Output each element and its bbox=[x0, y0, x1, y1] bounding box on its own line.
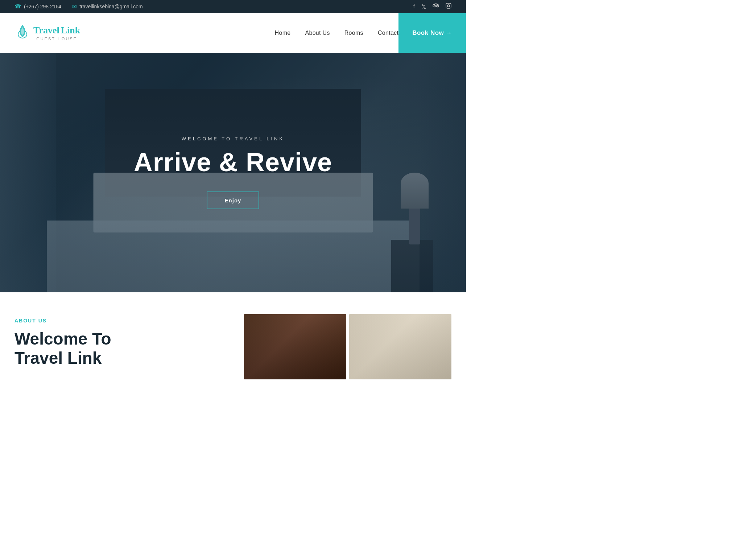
svg-point-2 bbox=[434, 5, 435, 7]
nav-contact-link[interactable]: Contact bbox=[378, 30, 398, 36]
nav-about-link[interactable]: About Us bbox=[305, 30, 330, 36]
about-title: Welcome To Travel Link bbox=[15, 329, 222, 368]
book-now-button[interactable]: Book Now → bbox=[398, 13, 466, 53]
about-title-line2: Travel Link bbox=[15, 349, 102, 367]
svg-point-3 bbox=[437, 5, 438, 7]
phone-icon: ☎ bbox=[15, 3, 21, 10]
about-section: ABOUT US Welcome To Travel Link bbox=[0, 292, 466, 387]
logo-link: Link bbox=[61, 25, 80, 36]
phone-number: (+267) 298 2164 bbox=[24, 4, 61, 9]
about-images bbox=[244, 314, 452, 379]
hero-content: WELCOME TO TRAVEL LINK Arrive & Revive E… bbox=[134, 136, 332, 209]
nav-links: Home About Us Rooms Contact bbox=[275, 30, 399, 36]
twitter-icon[interactable]: 𝕏 bbox=[421, 3, 426, 10]
logo-text-area: Travel Link Guest House bbox=[33, 25, 80, 41]
nav-right: Home About Us Rooms Contact Book Now → bbox=[275, 13, 466, 53]
about-image-2 bbox=[349, 314, 451, 379]
nav-contact[interactable]: Contact bbox=[378, 30, 398, 36]
tripadvisor-icon[interactable] bbox=[433, 3, 439, 10]
hero-subtitle: WELCOME TO TRAVEL LINK bbox=[134, 136, 332, 141]
instagram-icon[interactable] bbox=[446, 3, 451, 10]
email-contact: ✉ travellinksebina@gmail.com bbox=[72, 3, 143, 10]
hero-cta-label: Enjoy bbox=[225, 197, 241, 203]
social-links: f 𝕏 bbox=[413, 3, 451, 10]
about-title-line1: Welcome To bbox=[15, 329, 111, 348]
hero-cta-button[interactable]: Enjoy bbox=[207, 192, 260, 209]
book-now-label: Book Now → bbox=[412, 29, 452, 37]
svg-rect-4 bbox=[446, 3, 451, 8]
logo-icon bbox=[15, 24, 30, 42]
nav-home-link[interactable]: Home bbox=[275, 30, 291, 36]
logo-travel: Travel bbox=[33, 25, 59, 36]
about-label: ABOUT US bbox=[15, 318, 222, 324]
email-address: travellinksebina@gmail.com bbox=[79, 4, 143, 9]
email-icon: ✉ bbox=[72, 3, 77, 10]
about-text: ABOUT US Welcome To Travel Link bbox=[15, 314, 222, 368]
nav-home[interactable]: Home bbox=[275, 30, 291, 36]
phone-contact: ☎ (+267) 298 2164 bbox=[15, 3, 61, 10]
hero-title: Arrive & Revive bbox=[134, 148, 332, 177]
svg-point-6 bbox=[450, 4, 450, 5]
top-bar: ☎ (+267) 298 2164 ✉ travellinksebina@gma… bbox=[0, 0, 466, 13]
hero-section: WELCOME TO TRAVEL LINK Arrive & Revive E… bbox=[0, 53, 466, 292]
top-bar-contacts: ☎ (+267) 298 2164 ✉ travellinksebina@gma… bbox=[15, 3, 143, 10]
nav-rooms[interactable]: Rooms bbox=[344, 30, 363, 36]
nav-rooms-link[interactable]: Rooms bbox=[344, 30, 363, 36]
logo: Travel Link Guest House bbox=[15, 24, 80, 42]
about-image-1 bbox=[244, 314, 346, 379]
nav-about[interactable]: About Us bbox=[305, 30, 330, 36]
navbar: Travel Link Guest House Home About Us Ro… bbox=[0, 13, 466, 53]
svg-point-5 bbox=[447, 5, 450, 7]
facebook-icon[interactable]: f bbox=[413, 3, 415, 10]
logo-subtitle: Guest House bbox=[36, 37, 77, 41]
